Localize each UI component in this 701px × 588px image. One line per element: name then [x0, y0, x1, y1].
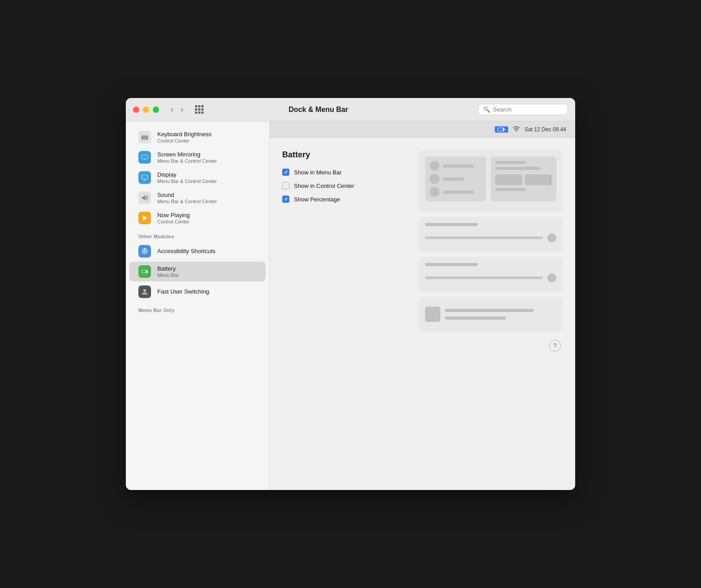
battery-icon [138, 265, 151, 278]
battery-sub: Menu Bar [157, 272, 179, 278]
display-sub: Menu Bar & Control Center [157, 178, 217, 184]
svg-marker-12 [142, 195, 146, 201]
preview-card-top [419, 150, 563, 212]
sound-labels: Sound Menu Bar & Control Center [157, 192, 217, 204]
preview-media-lines [445, 309, 556, 320]
sidebar-item-battery[interactable]: Battery Menu Bar [129, 262, 266, 281]
menubar-datetime: Sat 12 Dec 09.44 [524, 126, 566, 133]
sidebar-item-fast-user[interactable]: Fast User Switching [129, 282, 266, 302]
system-preferences-window: ‹ › Dock & Menu Bar 🔍 Keyboard Brightnes… [126, 98, 575, 490]
checkbox-row-show-percentage: Show Percentage [282, 196, 408, 203]
preview-circle-1 [430, 161, 439, 171]
svg-rect-4 [143, 138, 146, 139]
svg-marker-13 [143, 216, 147, 221]
battery-name: Battery [157, 265, 179, 272]
now-playing-sub: Control Center [157, 219, 190, 224]
main-content: Keyboard Brightness Control Center Scree… [126, 121, 575, 490]
help-button[interactable]: ? [549, 340, 561, 352]
show-menu-bar-label: Show in Menu Bar [294, 169, 342, 176]
now-playing-icon [138, 212, 151, 224]
preview-line [445, 316, 506, 320]
menu-bar-only-header: Menu Bar Only [126, 302, 269, 315]
checkbox-row-show-control-center: Show in Control Center [282, 182, 408, 189]
preview-line [443, 178, 464, 181]
screen-mirroring-labels: Screen Mirroring Menu Bar & Control Cent… [157, 151, 217, 164]
svg-rect-23 [498, 128, 503, 131]
show-percentage-label: Show Percentage [294, 196, 340, 203]
sidebar-item-accessibility[interactable]: Accessibility Shortcuts [129, 241, 266, 261]
svg-rect-6 [142, 156, 148, 159]
show-percentage-checkbox[interactable] [282, 196, 289, 203]
preview-slider-1 [425, 230, 556, 246]
preview-card-slider-1 [419, 217, 563, 252]
close-button[interactable] [133, 107, 139, 113]
svg-point-21 [143, 289, 146, 292]
preview-top-grid [425, 156, 556, 201]
screen-mirroring-name: Screen Mirroring [157, 151, 217, 158]
help-area: ? [419, 336, 563, 353]
preview-lines-2 [443, 178, 482, 181]
now-playing-name: Now Playing [157, 212, 190, 218]
preview-line [443, 191, 474, 194]
main-panel: Sat 12 Dec 09.44 Battery Show in Menu Ba… [270, 121, 575, 490]
svg-rect-3 [146, 136, 147, 137]
sound-sub: Menu Bar & Control Center [157, 199, 217, 204]
display-icon [138, 171, 151, 184]
menubar-preview: Sat 12 Dec 09.44 [270, 121, 575, 138]
maximize-button[interactable] [153, 107, 159, 113]
keyboard-brightness-sub: Control Center [157, 138, 212, 143]
preview-line [495, 188, 526, 191]
preview-line [445, 309, 534, 312]
preview-small-block-2 [525, 174, 552, 185]
settings-area: Battery Show in Menu Bar Show in Control… [282, 150, 408, 477]
display-name: Display [157, 171, 217, 178]
keyboard-brightness-labels: Keyboard Brightness Control Center [157, 131, 212, 143]
preview-line [425, 263, 478, 266]
window-title: Dock & Menu Bar [164, 106, 473, 114]
preview-lines-1 [443, 165, 482, 168]
preview-area: ? [419, 150, 563, 477]
sidebar-item-keyboard-brightness[interactable]: Keyboard Brightness Control Center [129, 127, 266, 147]
accessibility-icon [138, 245, 151, 258]
preview-slider-2 [425, 270, 556, 286]
svg-point-25 [516, 131, 517, 132]
preview-slider-line [425, 276, 543, 279]
svg-rect-20 [147, 271, 148, 273]
preview-circle-2 [430, 174, 439, 184]
show-control-center-checkbox[interactable] [282, 182, 289, 189]
sound-name: Sound [157, 192, 217, 198]
sidebar-item-sound[interactable]: Sound Menu Bar & Control Center [129, 188, 266, 208]
show-control-center-label: Show in Control Center [294, 183, 354, 189]
traffic-lights [133, 107, 159, 113]
menubar-battery-icon [495, 126, 508, 133]
fast-user-icon [138, 285, 151, 298]
sidebar-item-display[interactable]: Display Menu Bar & Control Center [129, 168, 266, 187]
search-box[interactable]: 🔍 [478, 104, 568, 115]
preview-line [495, 167, 541, 170]
svg-rect-24 [505, 129, 506, 130]
keyboard-brightness-icon [138, 131, 151, 143]
now-playing-labels: Now Playing Control Center [157, 212, 190, 224]
minimize-button[interactable] [143, 107, 149, 113]
accessibility-name: Accessibility Shortcuts [157, 248, 215, 254]
preview-small-block-1 [495, 174, 522, 185]
preview-block-left [425, 156, 486, 201]
search-input[interactable] [493, 106, 563, 113]
preview-lines-3 [443, 191, 482, 194]
sidebar-item-screen-mirroring[interactable]: Screen Mirroring Menu Bar & Control Cent… [129, 147, 266, 167]
preview-line [443, 165, 474, 168]
show-menu-bar-checkbox[interactable] [282, 169, 289, 176]
fast-user-name: Fast User Switching [157, 288, 209, 295]
sidebar-item-now-playing[interactable]: Now Playing Control Center [129, 208, 266, 228]
other-modules-header: Other Modules [126, 228, 269, 241]
svg-rect-19 [142, 270, 146, 272]
svg-rect-10 [143, 180, 146, 180]
battery-labels: Battery Menu Bar [157, 265, 179, 278]
svg-rect-2 [144, 136, 146, 137]
sidebar: Keyboard Brightness Control Center Scree… [126, 121, 270, 490]
keyboard-brightness-name: Keyboard Brightness [157, 131, 212, 138]
preview-line [495, 161, 526, 164]
search-icon: 🔍 [483, 106, 490, 113]
screen-mirroring-sub: Menu Bar & Control Center [157, 158, 217, 164]
checkbox-row-show-menu-bar: Show in Menu Bar [282, 169, 408, 176]
